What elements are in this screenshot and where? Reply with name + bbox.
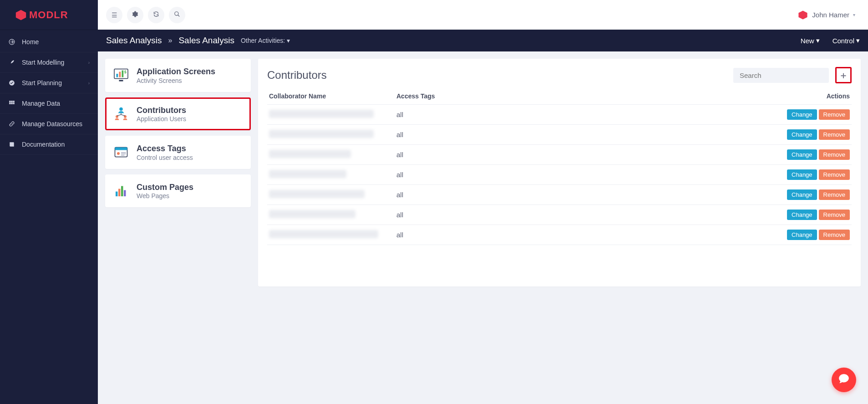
panel-title: Contributors: [267, 69, 327, 82]
sidebar-item-label: Home: [22, 38, 39, 46]
cell-tags: all: [395, 145, 779, 165]
sidebar-item-label: Manage Data: [22, 100, 60, 107]
remove-button[interactable]: Remove: [819, 129, 850, 140]
grid-icon: [8, 100, 15, 107]
search-button[interactable]: [169, 7, 185, 23]
col-header-tags: Access Tags: [395, 88, 779, 105]
chat-fab[interactable]: [832, 368, 856, 392]
refresh-button[interactable]: [148, 7, 164, 23]
tab-subtitle: Control user access: [137, 154, 193, 161]
svg-rect-4: [13, 101, 15, 102]
svg-rect-22: [121, 153, 126, 154]
remove-button[interactable]: Remove: [819, 169, 850, 180]
svg-rect-25: [118, 189, 121, 196]
svg-rect-7: [13, 102, 15, 104]
tab-subtitle: Activity Screens: [137, 77, 215, 84]
cell-actions: ChangeRemove: [779, 225, 852, 245]
control-dropdown[interactable]: Control ▾: [832, 36, 860, 45]
sidebar-item-start-modelling[interactable]: Start Modelling ›: [0, 52, 98, 73]
book-icon: [8, 141, 15, 148]
chat-icon: [838, 373, 850, 387]
arrow-out-icon: [8, 38, 15, 46]
breadcrumb-root[interactable]: Sales Analysis: [106, 36, 162, 46]
sidebar-item-label: Manage Datasources: [22, 120, 82, 128]
monitor-bars-icon: $: [113, 67, 129, 83]
bars-icon: [113, 183, 129, 199]
menu-toggle-button[interactable]: ☰: [106, 7, 122, 23]
other-activities-dropdown[interactable]: Other Activities: ▾: [241, 37, 290, 44]
cell-name: [267, 125, 395, 145]
search-input[interactable]: [733, 68, 829, 83]
cell-name: [267, 145, 395, 165]
svg-rect-12: [119, 72, 121, 77]
breadcrumb-separator: »: [168, 36, 173, 45]
tab-title: Custom Pages: [137, 182, 193, 193]
sidebar-item-home[interactable]: Home: [0, 32, 98, 52]
svg-rect-21: [121, 152, 126, 153]
tab-subtitle: Application Users: [137, 115, 186, 123]
change-button[interactable]: Change: [787, 129, 817, 140]
sidebar-item-manage-datasources[interactable]: Manage Datasources: [0, 114, 98, 134]
add-contributor-button[interactable]: ＋: [835, 67, 852, 83]
cell-actions: ChangeRemove: [779, 205, 852, 225]
svg-point-15: [119, 107, 123, 111]
remove-button[interactable]: Remove: [819, 189, 850, 200]
caret-down-icon: ▾: [287, 37, 290, 44]
svg-rect-13: [122, 71, 124, 77]
link-icon: [8, 120, 15, 128]
user-name: John Hamer: [812, 11, 849, 19]
tab-contributors[interactable]: Contributors Application Users: [105, 97, 251, 131]
col-header-name: Collaborator Name: [267, 88, 395, 105]
cell-actions: ChangeRemove: [779, 125, 852, 145]
table-row: allChangeRemove: [267, 205, 852, 225]
sidebar-item-label: Start Planning: [22, 79, 62, 87]
remove-button[interactable]: Remove: [819, 230, 850, 240]
logo[interactable]: MODLR: [0, 0, 98, 30]
table-row: allChangeRemove: [267, 165, 852, 185]
chevron-right-icon: ›: [88, 60, 90, 65]
change-button[interactable]: Change: [787, 169, 817, 180]
tab-access-tags[interactable]: Access Tags Control user access: [105, 136, 251, 169]
cell-name: [267, 225, 395, 245]
new-dropdown[interactable]: New ▾: [801, 36, 820, 45]
change-button[interactable]: Change: [787, 149, 817, 160]
tab-custom-pages[interactable]: Custom Pages Web Pages: [105, 174, 251, 208]
sidebar-item-documentation[interactable]: Documentation: [0, 134, 98, 155]
remove-button[interactable]: Remove: [819, 149, 850, 160]
svg-point-8: [175, 12, 178, 15]
check-circle-icon: [8, 79, 15, 87]
chevron-right-icon: ›: [88, 81, 90, 86]
change-button[interactable]: Change: [787, 189, 817, 200]
settings-button[interactable]: [127, 7, 143, 23]
svg-rect-10: [119, 80, 123, 82]
user-menu[interactable]: John Hamer ▾: [797, 10, 860, 20]
brand-icon: [15, 9, 27, 21]
change-button[interactable]: Change: [787, 109, 817, 120]
cell-name: [267, 105, 395, 125]
sidebar-item-manage-data[interactable]: Manage Data: [0, 93, 98, 114]
breadcrumb-current: Sales Analysis: [178, 36, 234, 46]
remove-button[interactable]: Remove: [819, 109, 850, 120]
cell-name: [267, 185, 395, 205]
change-button[interactable]: Change: [787, 210, 817, 220]
sidebar-nav: Home Start Modelling › Start Planning › …: [0, 30, 98, 155]
tab-application-screens[interactable]: $ Application Screens Activity Screens: [105, 59, 251, 92]
contributors-table: Collaborator Name Access Tags Actions al…: [267, 88, 852, 245]
topbar: ☰ John Hamer ▾: [98, 0, 868, 30]
tab-title: Access Tags: [137, 143, 193, 154]
svg-rect-11: [117, 74, 118, 77]
caret-down-icon: ▾: [816, 36, 820, 45]
cell-tags: all: [395, 205, 779, 225]
remove-button[interactable]: Remove: [819, 210, 850, 220]
menu-icon: ☰: [112, 11, 117, 19]
brand-small-icon: [797, 10, 808, 20]
tab-subtitle: Web Pages: [137, 192, 193, 199]
table-row: allChangeRemove: [267, 225, 852, 245]
sidebar-item-start-planning[interactable]: Start Planning ›: [0, 73, 98, 93]
rocket-icon: [8, 59, 15, 66]
cell-actions: ChangeRemove: [779, 165, 852, 185]
cell-actions: ChangeRemove: [779, 185, 852, 205]
svg-rect-5: [9, 102, 11, 104]
cell-actions: ChangeRemove: [779, 105, 852, 125]
change-button[interactable]: Change: [787, 230, 817, 240]
